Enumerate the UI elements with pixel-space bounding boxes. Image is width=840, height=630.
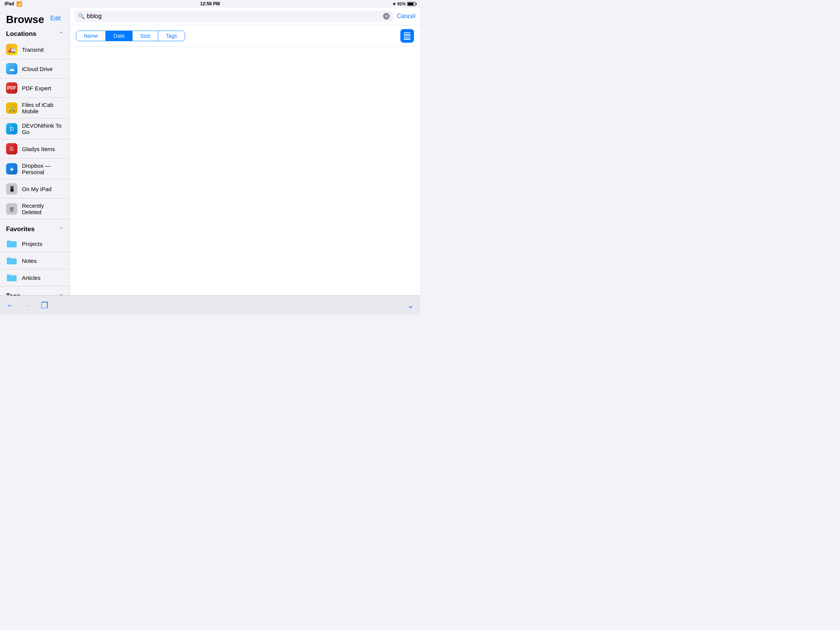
locations-header[interactable]: Locations ⌃ <box>0 27 69 40</box>
back-button[interactable]: ← <box>6 301 14 311</box>
battery-indicator <box>407 2 415 6</box>
devon-icon: D <box>6 123 17 134</box>
gladys-label: Gladys Items <box>22 146 55 152</box>
sort-tab-date[interactable]: Date <box>106 31 133 41</box>
trash-icon: 🗑 <box>6 203 17 215</box>
browse-title: Browse <box>6 14 44 26</box>
pdf-label: PDF Expert <box>22 85 51 92</box>
notes-label: Notes <box>22 257 36 264</box>
sidebar-item-articles[interactable]: Articles <box>0 269 69 286</box>
sort-tab-tags[interactable]: Tags <box>158 31 185 41</box>
articles-folder-icon <box>6 273 17 282</box>
sidebar-item-dropbox[interactable]: ◈ Dropbox — Personal <box>0 159 69 179</box>
ipad-label: On My iPad <box>22 186 51 192</box>
icloud-icon: ☁ <box>6 63 17 74</box>
forward-button[interactable]: → <box>24 301 32 311</box>
sidebar-item-recently-deleted[interactable]: 🗑 Recently Deleted <box>0 199 69 219</box>
locations-label: Locations <box>6 30 36 38</box>
status-left: iPad 📶 <box>5 1 22 7</box>
ipad-icon: 📱 <box>6 183 17 194</box>
wifi-icon: 📶 <box>16 1 22 7</box>
articles-label: Articles <box>22 275 40 281</box>
main-layout: Browse Edit Locations ⌃ 🚛 Transmit ☁ iCl… <box>0 8 420 295</box>
clear-search-button[interactable]: ✕ <box>383 13 390 20</box>
projects-label: Projects <box>22 241 42 247</box>
time-display: 12:56 PM <box>200 1 220 6</box>
chevron-down-button[interactable]: ⌄ <box>407 301 414 311</box>
sidebar: Browse Edit Locations ⌃ 🚛 Transmit ☁ iCl… <box>0 8 70 295</box>
sort-tabs: Name Date Size Tags <box>76 31 185 41</box>
bluetooth-icon: ∗ <box>392 2 396 6</box>
sort-tab-name[interactable]: Name <box>76 31 106 41</box>
content-area: 🔍 ✕ Cancel Name Date Size Tags <box>70 8 420 295</box>
sidebar-item-ipad[interactable]: 📱 On My iPad <box>0 179 69 199</box>
notes-folder-icon <box>6 256 17 265</box>
recently-deleted-label: Recently Deleted <box>22 202 63 215</box>
battery-fill <box>408 3 414 5</box>
icab-icon: 🚕 <box>6 103 17 114</box>
dropbox-icon: ◈ <box>6 163 17 175</box>
battery-percent: 91% <box>397 2 406 6</box>
sort-tab-size[interactable]: Size <box>133 31 158 41</box>
pdf-icon: PDF <box>6 82 17 94</box>
empty-content <box>70 47 420 295</box>
status-right: ∗ 91% <box>392 2 415 6</box>
icloud-label: iCloud Drive <box>22 66 53 72</box>
sidebar-item-gladys[interactable]: G Gladys Items <box>0 139 69 159</box>
sidebar-item-projects[interactable]: Projects <box>0 235 69 252</box>
sidebar-item-icab[interactable]: 🚕 Files of iCab Mobile <box>0 98 69 118</box>
bottom-toolbar: ← → ❐ ⌄ <box>0 295 420 315</box>
dropbox-label: Dropbox — Personal <box>22 163 63 175</box>
gladys-icon: G <box>6 143 17 155</box>
sort-toolbar: Name Date Size Tags <box>70 25 420 47</box>
status-bar: iPad 📶 12:56 PM ∗ 91% <box>0 0 420 8</box>
locations-chevron-icon: ⌃ <box>59 31 63 37</box>
search-bar: 🔍 ✕ Cancel <box>70 8 420 25</box>
tags-header[interactable]: Tags ⌃ <box>0 289 69 295</box>
favorites-label: Favorites <box>6 226 35 233</box>
search-icon: 🔍 <box>78 13 85 19</box>
bottom-left-tools: ← → ❐ <box>6 301 48 311</box>
favorites-header[interactable]: Favorites ⌃ <box>0 223 69 235</box>
device-label: iPad <box>5 1 14 6</box>
sidebar-item-icloud[interactable]: ☁ iCloud Drive <box>0 59 69 79</box>
search-input[interactable] <box>87 13 381 20</box>
tags-label: Tags <box>6 292 21 295</box>
search-input-wrapper: 🔍 ✕ <box>74 11 393 22</box>
cancel-button[interactable]: Cancel <box>396 13 415 20</box>
icab-label: Files of iCab Mobile <box>22 102 63 114</box>
transmit-icon: 🚛 <box>6 44 17 55</box>
projects-folder-icon <box>6 239 17 248</box>
edit-button[interactable]: Edit <box>44 14 67 24</box>
transmit-label: Transmit <box>22 46 44 53</box>
favorites-chevron-icon: ⌃ <box>59 226 63 232</box>
list-view-button[interactable] <box>400 29 414 43</box>
sidebar-item-pdf-expert[interactable]: PDF PDF Expert <box>0 79 69 98</box>
list-view-icon <box>404 33 411 39</box>
sidebar-item-transmit[interactable]: 🚛 Transmit <box>0 40 69 59</box>
sidebar-item-notes[interactable]: Notes <box>0 252 69 269</box>
devon-label: DEVONthink To Go <box>22 122 63 135</box>
copy-button[interactable]: ❐ <box>41 301 48 311</box>
sidebar-item-devon[interactable]: D DEVONthink To Go <box>0 118 69 139</box>
